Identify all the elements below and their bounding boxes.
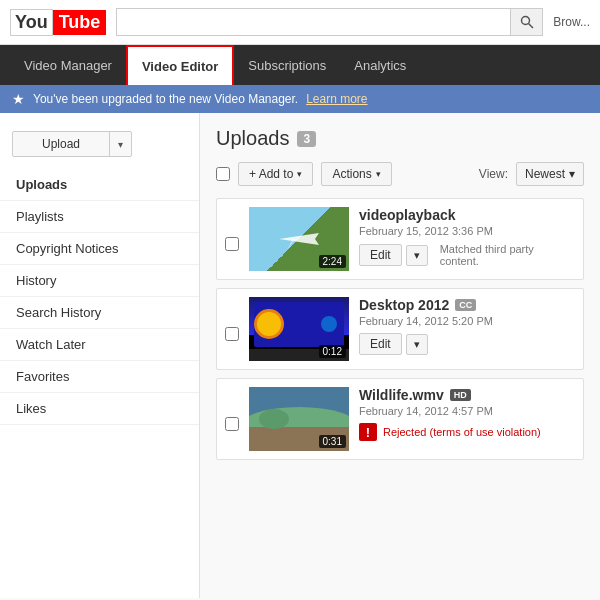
- youtube-logo[interactable]: You Tube: [10, 9, 106, 36]
- video-2-thumbnail: 0:12: [249, 297, 349, 361]
- video-3-rejected-badge: ! Rejected (terms of use violation): [359, 423, 575, 441]
- header: You Tube Brow...: [0, 0, 600, 45]
- learn-more-link[interactable]: Learn more: [306, 92, 367, 106]
- video-1-edit-arrow-button[interactable]: ▾: [406, 245, 428, 266]
- select-all-checkbox[interactable]: [216, 167, 230, 181]
- upgrade-banner: ★ You've been upgraded to the new Video …: [0, 85, 600, 113]
- sidebar-item-uploads[interactable]: Uploads: [0, 169, 199, 201]
- video-item-1: 2:24 videoplayback February 15, 2012 3:3…: [216, 198, 584, 280]
- video-2-actions: Edit ▾: [359, 333, 575, 355]
- video-1-date: February 15, 2012 3:36 PM: [359, 225, 575, 237]
- svg-point-8: [321, 316, 337, 332]
- logo-tube: Tube: [53, 10, 107, 35]
- sidebar: Upload ▾ Uploads Playlists Copyright Not…: [0, 113, 200, 598]
- nav-bar: Video Manager Video Editor Subscriptions…: [0, 45, 600, 85]
- rejected-text: Rejected (terms of use violation): [383, 426, 541, 438]
- video-2-duration: 0:12: [319, 345, 346, 358]
- view-label: View:: [479, 167, 508, 181]
- sidebar-item-watch-later[interactable]: Watch Later: [0, 329, 199, 361]
- nav-item-video-manager[interactable]: Video Manager: [10, 45, 126, 85]
- video-2-info: Desktop 2012 CC February 14, 2012 5:20 P…: [359, 297, 575, 355]
- video-3-thumbnail: 0:31: [249, 387, 349, 451]
- search-button[interactable]: [510, 9, 542, 35]
- video-2-edit-button[interactable]: Edit: [359, 333, 402, 355]
- newest-arrow-icon: ▾: [569, 167, 575, 181]
- video-2-checkbox[interactable]: [225, 327, 239, 341]
- toolbar: + Add to ▾ Actions ▾ View: Newest ▾: [216, 162, 584, 186]
- actions-arrow-icon: ▾: [376, 169, 381, 179]
- svg-point-12: [259, 409, 289, 429]
- sidebar-item-playlists[interactable]: Playlists: [0, 201, 199, 233]
- video-item-3: 0:31 Wildlife.wmv HD February 14, 2012 4…: [216, 378, 584, 460]
- sidebar-item-copyright-notices[interactable]: Copyright Notices: [0, 233, 199, 265]
- add-to-label: + Add to: [249, 167, 293, 181]
- upload-button-wrap: Upload ▾: [0, 123, 199, 169]
- search-input[interactable]: [117, 9, 510, 35]
- plane-icon: [279, 228, 319, 250]
- search-bar: [116, 8, 543, 36]
- sidebar-item-history[interactable]: History: [0, 265, 199, 297]
- sidebar-item-favorites[interactable]: Favorites: [0, 361, 199, 393]
- nav-item-video-editor[interactable]: Video Editor: [126, 45, 234, 85]
- video-2-date: February 14, 2012 5:20 PM: [359, 315, 575, 327]
- video-1-info: videoplayback February 15, 2012 3:36 PM …: [359, 207, 575, 267]
- video-3-hd-badge: HD: [450, 389, 471, 401]
- content-area: Uploads 3 + Add to ▾ Actions ▾ View: New…: [200, 113, 600, 598]
- video-1-edit-button[interactable]: Edit: [359, 244, 402, 266]
- nav-item-subscriptions[interactable]: Subscriptions: [234, 45, 340, 85]
- video-1-status: Matched third party content.: [440, 243, 575, 267]
- add-to-arrow-icon: ▾: [297, 169, 302, 179]
- add-to-button[interactable]: + Add to ▾: [238, 162, 313, 186]
- search-icon: [520, 15, 534, 29]
- rejected-icon: !: [359, 423, 377, 441]
- video-3-duration: 0:31: [319, 435, 346, 448]
- actions-label: Actions: [332, 167, 371, 181]
- video-2-edit-arrow-button[interactable]: ▾: [406, 334, 428, 355]
- banner-text: You've been upgraded to the new Video Ma…: [33, 92, 298, 106]
- video-item-2: 0:12 Desktop 2012 CC February 14, 2012 5…: [216, 288, 584, 370]
- main-layout: Upload ▾ Uploads Playlists Copyright Not…: [0, 113, 600, 598]
- video-1-title: videoplayback: [359, 207, 575, 223]
- browse-link[interactable]: Brow...: [553, 15, 590, 29]
- svg-point-7: [257, 312, 281, 336]
- content-title: Uploads: [216, 127, 289, 150]
- logo-you: You: [10, 9, 53, 36]
- video-3-info: Wildlife.wmv HD February 14, 2012 4:57 P…: [359, 387, 575, 441]
- sidebar-item-search-history[interactable]: Search History: [0, 297, 199, 329]
- video-3-title: Wildlife.wmv HD: [359, 387, 575, 403]
- video-1-thumbnail: 2:24: [249, 207, 349, 271]
- sidebar-item-likes[interactable]: Likes: [0, 393, 199, 425]
- video-1-actions: Edit ▾ Matched third party content.: [359, 243, 575, 267]
- svg-point-0: [521, 17, 529, 25]
- video-2-cc-badge: CC: [455, 299, 476, 311]
- nav-item-analytics[interactable]: Analytics: [340, 45, 420, 85]
- video-3-date: February 14, 2012 4:57 PM: [359, 405, 575, 417]
- content-header: Uploads 3: [216, 127, 584, 150]
- upload-button[interactable]: Upload ▾: [12, 131, 132, 157]
- video-3-checkbox[interactable]: [225, 417, 239, 431]
- video-2-title: Desktop 2012 CC: [359, 297, 575, 313]
- star-icon: ★: [12, 91, 25, 107]
- svg-marker-2: [279, 233, 319, 245]
- actions-button[interactable]: Actions ▾: [321, 162, 391, 186]
- view-newest-button[interactable]: Newest ▾: [516, 162, 584, 186]
- upload-label: Upload: [13, 132, 110, 156]
- uploads-count-badge: 3: [297, 131, 316, 147]
- newest-label: Newest: [525, 167, 565, 181]
- upload-arrow-icon: ▾: [110, 134, 131, 155]
- video-1-duration: 2:24: [319, 255, 346, 268]
- video-1-checkbox[interactable]: [225, 237, 239, 251]
- svg-line-1: [528, 24, 533, 29]
